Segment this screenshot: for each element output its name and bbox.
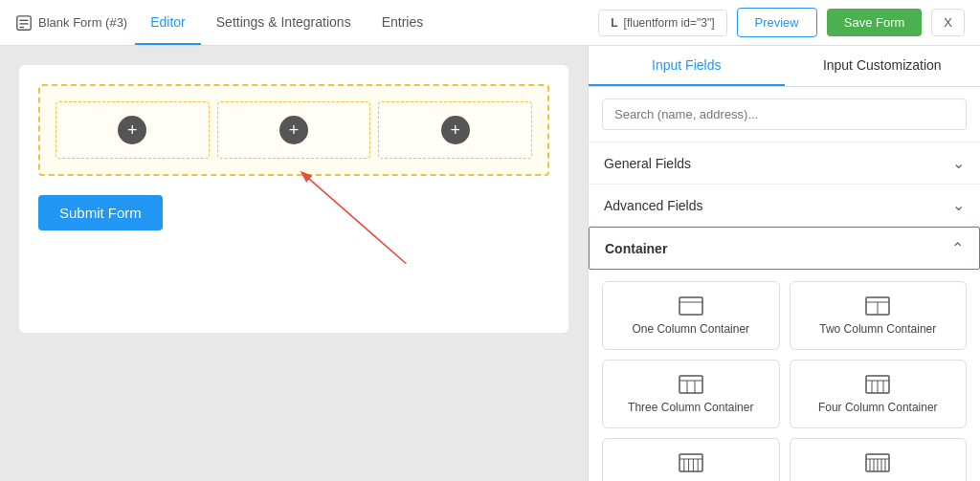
- one-column-label: One Column Container: [632, 322, 749, 336]
- topbar: Blank Form (#3) Editor Settings & Integr…: [0, 0, 980, 46]
- advanced-fields-label: Advanced Fields: [604, 198, 703, 213]
- general-fields-label: General Fields: [604, 156, 691, 171]
- form-logo-icon: [15, 14, 33, 32]
- field-search-area: [589, 87, 980, 142]
- shortcode-text: [fluentform id="3"]: [624, 16, 715, 30]
- container-section: Container ⌃ One Column Container: [589, 227, 980, 481]
- advanced-fields-header[interactable]: Advanced Fields ⌄: [589, 185, 980, 226]
- container-options-grid: One Column Container Two Column Containe…: [589, 270, 980, 481]
- editor-area: + + + Submit Form: [0, 46, 588, 481]
- add-field-button-2[interactable]: +: [279, 116, 308, 144]
- svg-rect-5: [679, 297, 702, 315]
- advanced-fields-section: Advanced Fields ⌄: [589, 185, 980, 227]
- svg-line-4: [302, 173, 406, 264]
- app-logo: Blank Form (#3): [15, 14, 127, 32]
- shortcode-button[interactable]: L [fluentform id="3"]: [598, 10, 726, 36]
- three-column-container: + + +: [38, 84, 549, 176]
- three-column-icon: [678, 374, 704, 395]
- container-header[interactable]: Container ⌃: [589, 227, 980, 270]
- general-fields-header[interactable]: General Fields ⌄: [589, 142, 980, 184]
- two-column-icon: [864, 295, 891, 317]
- two-column-label: Two Column Container: [819, 322, 936, 336]
- column-cell-3[interactable]: +: [378, 101, 532, 159]
- six-column-icon: [864, 452, 891, 473]
- general-fields-section: General Fields ⌄: [589, 142, 980, 185]
- one-column-icon: [678, 295, 704, 317]
- svg-rect-10: [679, 376, 702, 393]
- svg-rect-19: [679, 454, 702, 471]
- close-button[interactable]: X: [931, 9, 965, 36]
- topbar-right: L [fluentform id="3"] Preview Save Form …: [598, 8, 965, 37]
- form-canvas: + + + Submit Form: [19, 65, 568, 333]
- app-title: Blank Form (#3): [38, 15, 127, 30]
- column-cell-2[interactable]: +: [217, 101, 371, 159]
- advanced-fields-chevron: ⌄: [952, 196, 965, 214]
- tab-entries[interactable]: Entries: [367, 1, 439, 45]
- four-column-container-card[interactable]: Four Column Container: [790, 360, 968, 428]
- container-chevron: ⌃: [951, 239, 964, 257]
- main-layout: + + + Submit Form: [0, 46, 980, 481]
- one-column-container-card[interactable]: One Column Container: [602, 281, 780, 350]
- tab-editor[interactable]: Editor: [135, 1, 201, 45]
- tab-nav: Editor Settings & Integrations Entries: [135, 1, 438, 45]
- four-column-label: Four Column Container: [818, 401, 938, 414]
- panel-tabs: Input Fields Input Customization: [589, 46, 980, 87]
- tab-settings[interactable]: Settings & Integrations: [201, 1, 367, 45]
- five-column-container-card[interactable]: Five Column Container: [602, 438, 780, 481]
- five-column-icon: [678, 452, 704, 473]
- two-column-container-card[interactable]: Two Column Container: [790, 281, 968, 350]
- three-column-label: Three Column Container: [628, 401, 753, 414]
- four-column-icon: [864, 374, 891, 395]
- topbar-left: Blank Form (#3) Editor Settings & Integr…: [15, 1, 575, 45]
- save-form-button[interactable]: Save Form: [827, 9, 923, 36]
- add-field-button-1[interactable]: +: [118, 116, 146, 144]
- three-column-container-card[interactable]: Three Column Container: [602, 360, 780, 428]
- six-column-container-card[interactable]: Six Column Container: [790, 438, 968, 481]
- shortcode-icon: L: [611, 16, 617, 30]
- tab-input-fields[interactable]: Input Fields: [589, 46, 785, 86]
- column-cell-1[interactable]: +: [56, 101, 210, 159]
- search-input[interactable]: [602, 98, 967, 130]
- add-field-button-3[interactable]: +: [441, 116, 470, 144]
- tab-input-customization[interactable]: Input Customization: [785, 46, 981, 86]
- general-fields-chevron: ⌄: [952, 154, 965, 172]
- right-panel: Input Fields Input Customization General…: [588, 46, 980, 481]
- container-label: Container: [605, 241, 667, 256]
- preview-button[interactable]: Preview: [737, 8, 817, 37]
- submit-form-button[interactable]: Submit Form: [38, 195, 163, 230]
